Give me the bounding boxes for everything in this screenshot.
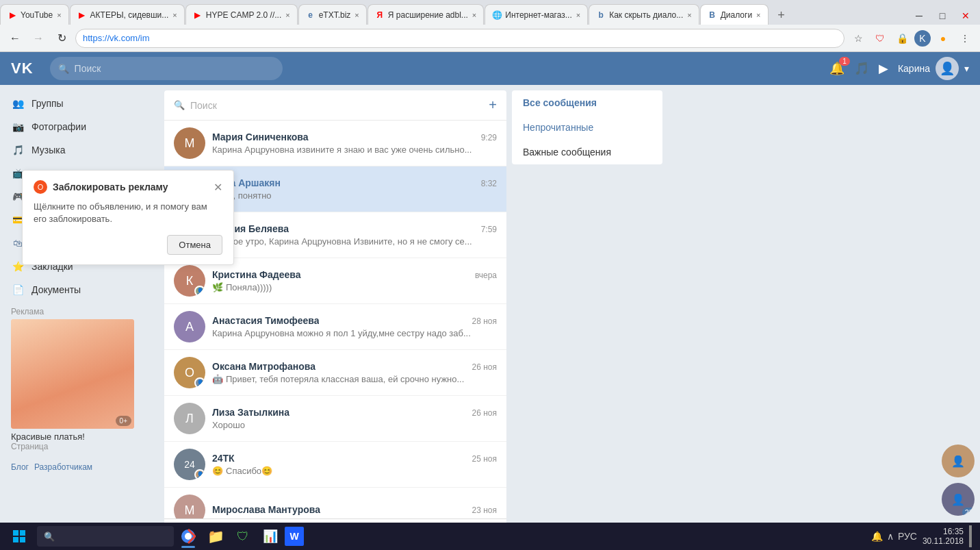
tab-close-hype[interactable]: × [285,11,289,19]
taskbar-search-icon: 🔍 [44,532,55,542]
msg-content: Анастасия Тимофеева 28 ноя Карина Арцрун… [212,315,497,338]
emoji-icon: 🤖 [212,374,223,384]
show-desktop-button[interactable] [969,525,972,547]
tab-yandex[interactable]: Я Я расширение adbl... × [368,4,485,25]
tab-etxt[interactable]: e eTXT.biz × [298,4,367,25]
vk-header-icons: 🔔 1 🎵 ▶ Карина 👤 ▾ [829,57,969,80]
tab-favicon-dialogi: B [708,10,717,20]
tab-favicon-yandex: Я [375,10,385,20]
back-button[interactable]: ← [5,29,25,48]
minimize-button[interactable]: ─ [910,7,928,25]
emoji-icon: 😊 [212,466,223,476]
tab-label-actors: АКТЕРЫ, сидевши... [90,10,169,20]
clock-time: 16:35 [943,527,964,536]
taskbar-app-chrome[interactable] [175,523,201,549]
video-button[interactable]: ▶ [879,61,888,76]
filter-important[interactable]: Важные сообщения [512,140,662,164]
msg-time: 8:32 [481,179,497,188]
reload-button[interactable]: ↻ [52,29,71,48]
msg-header: Ксения Беляева 7:59 [212,223,497,234]
message-item[interactable]: К 👤 Кристина Фадеева вчера 🌿 Поняла))))) [164,258,506,304]
taskbar-right: 🔔 ∧ РУС 16:35 30.11.2018 [871,525,977,547]
sidebar-item-groups[interactable]: 👥 Группы [0,92,164,115]
taskbar-app-word[interactable]: W [285,527,304,546]
vk-search-input[interactable] [75,63,274,74]
sidebar-label-documents: Документы [31,284,81,295]
tab-favicon-internet: 🌐 [492,10,502,20]
taskbar-app-explorer[interactable]: 📁 [203,523,229,549]
footer-dev-link[interactable]: Разработчикам [34,462,92,472]
maximize-button[interactable]: □ [933,7,951,25]
msg-preview: 😊 Спасибо😊 [212,466,497,476]
vk-search-bar[interactable]: 🔍 [50,57,283,80]
floating-chat-bubble-2[interactable]: 👤 23 [942,483,975,516]
taskbar-search[interactable]: 🔍 [37,526,174,547]
bookmark-star-icon[interactable]: ☆ [849,29,868,48]
ad-blocker-cancel-button[interactable]: Отмена [167,235,222,255]
new-tab-button[interactable]: + [772,5,791,25]
more-options-icon[interactable]: ⋮ [955,29,975,48]
msg-content: Лара Аршакян 8:32 Аааа, понятно [212,177,497,201]
sidebar-item-documents[interactable]: 📄 Документы [0,278,164,301]
ad-subtitle: Страница [11,442,153,451]
ad-blocker-close-button[interactable]: ✕ [214,181,222,194]
taskbar-clock[interactable]: 16:35 30.11.2018 [923,527,964,546]
taskbar-app-malwarebytes[interactable]: 🛡 [230,523,256,549]
tab-close-etxt[interactable]: × [354,11,359,19]
tab-dialogi[interactable]: B Диалоги × [700,4,769,25]
extension2-icon[interactable]: 🔒 [892,29,912,48]
close-window-button[interactable]: ✕ [957,7,975,25]
username-label: Карина [898,63,930,74]
msg-name: 24ТК [212,453,235,464]
tab-actors[interactable]: ▶ АКТЕРЫ, сидевши... × [70,4,185,25]
ad-title[interactable]: Красивые платья! [11,432,153,442]
extension3-icon[interactable]: ● [933,29,953,48]
extension1-icon[interactable]: 🛡 [871,29,890,48]
tab-close-hide[interactable]: × [687,11,691,19]
floating-chat-bubble-1[interactable]: 👤 [942,445,975,477]
music-button[interactable]: 🎵 [854,61,869,76]
forward-button[interactable]: → [29,29,48,48]
address-bar[interactable]: https://vk.com/im [75,29,844,48]
taskbar-app-powerpoint[interactable]: 📊 [257,523,283,549]
notifications-button[interactable]: 🔔 1 [829,61,844,76]
tab-close-youtube[interactable]: × [57,11,61,19]
filter-unread[interactable]: Непрочитанные [512,115,662,140]
message-item[interactable]: О 👤 Оксана Митрофанова 26 ноя 🤖 Привет, … [164,350,506,396]
start-button[interactable] [3,523,36,549]
user-profile-icon[interactable]: K [914,30,931,47]
message-item[interactable]: М Мария Синиченкова 9:29 Карина Арцрунов… [164,121,506,166]
tab-hype[interactable]: ▶ HYPE CAMP 2.0 //... × [185,4,298,25]
user-menu[interactable]: Карина 👤 ▾ [898,57,969,80]
sidebar-item-photos[interactable]: 📷 Фотографии [0,115,164,138]
language-label[interactable]: РУС [898,531,917,542]
messages-search-input[interactable] [190,100,483,111]
message-item[interactable]: 24 👤 24ТК 25 ноя 😊 Спасибо😊 [164,442,506,488]
add-conversation-button[interactable]: + [489,97,497,113]
tab-hide[interactable]: b Как скрыть диало... × [589,4,699,25]
message-item[interactable]: М Мирослава Мантурова 23 ноя [164,488,506,518]
vk-logo[interactable]: VK [11,60,34,77]
sidebar-item-music[interactable]: 🎵 Музыка [0,138,164,162]
tab-close-actors[interactable]: × [172,11,177,19]
user-avatar[interactable]: 👤 [936,57,959,80]
message-item[interactable]: А Анастасия Тимофеева 28 ноя Карина Арцр… [164,304,506,350]
msg-preview: Карина Арцруновна можно я пол 1 уйду,мне… [212,328,497,338]
footer-blog-link[interactable]: Блог [11,462,29,472]
tab-close-yandex[interactable]: × [472,11,476,19]
tab-internet[interactable]: 🌐 Интернет-магаз... × [485,4,588,25]
filter-all-messages[interactable]: Все сообщения [512,90,662,115]
tab-close-dialogi[interactable]: × [756,11,760,19]
svg-rect-1 [20,530,25,536]
ad-blocker-title-text: Заблокировать рекламу [53,182,168,192]
tab-close-internet[interactable]: × [576,11,580,19]
network-icon[interactable]: 🔔 [871,531,883,542]
messages-panel: 🔍 + М Мария Синиченкова 9:29 Карина Ар [164,90,506,545]
volume-icon[interactable]: ∧ [887,531,894,542]
page-content: O Заблокировать рекламу ✕ Щёлкните по об… [0,85,980,550]
tab-youtube[interactable]: ▶ YouTube × [0,4,69,25]
msg-header: Лара Аршакян 8:32 [212,177,497,188]
tab-label-hype: HYPE CAMP 2.0 //... [206,10,281,20]
message-item[interactable]: Л Лиза Затылкина 26 ноя Хорошо [164,396,506,442]
ad-image[interactable]: 0+ [11,319,134,429]
